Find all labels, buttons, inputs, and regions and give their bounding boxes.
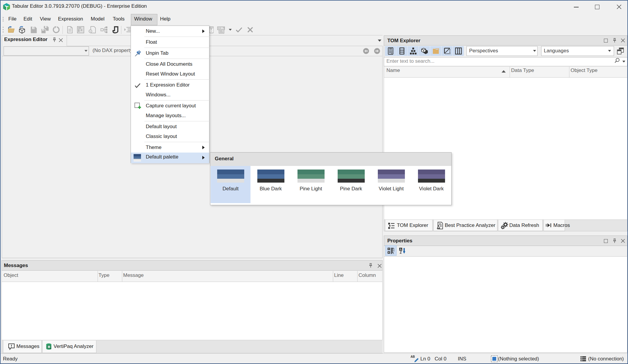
svg-text:Z: Z xyxy=(400,251,402,254)
svg-text:AB: AB xyxy=(411,355,415,358)
svg-text:A: A xyxy=(400,248,402,251)
